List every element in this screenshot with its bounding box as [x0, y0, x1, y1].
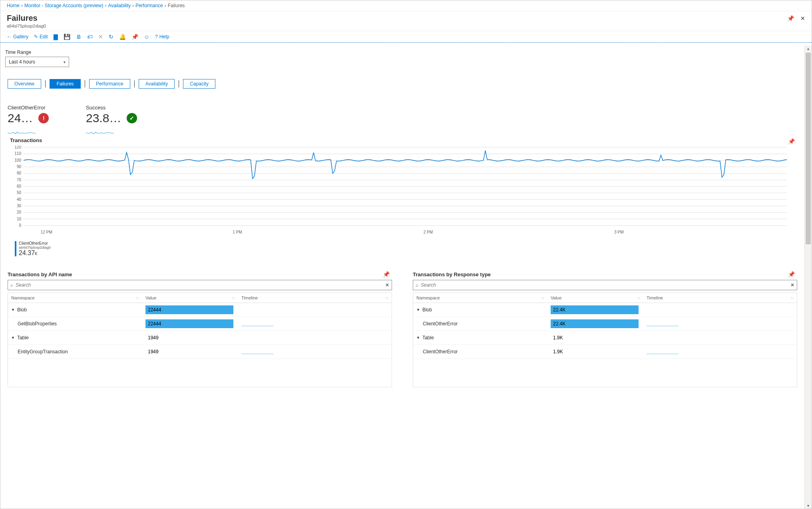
transactions-chart[interactable]: 010203040506070809010011012012 PM1 PM2 P…	[8, 146, 791, 238]
question-icon: ?	[155, 34, 158, 40]
cell-value: 1.9K	[547, 331, 643, 345]
breadcrumb-item[interactable]: Performance	[135, 3, 163, 8]
cell-namespace: EntityGroupTransaction	[8, 345, 142, 358]
expand-icon[interactable]: ▼	[416, 308, 420, 312]
expand-icon[interactable]: ▼	[11, 308, 15, 312]
time-range-select[interactable]: Last 4 hours ▾	[5, 57, 69, 67]
tables-row: Transactions by API name 📌 ⌕ ✕ Namespace…	[5, 271, 800, 387]
kpi-row: ClientOtherError 24… ! Success 23.8… ✓	[8, 105, 800, 138]
tab-strip: OverviewFailuresPerformanceAvailabilityC…	[8, 79, 800, 89]
cell-namespace: ClientOtherError	[413, 317, 547, 331]
refresh-icon[interactable]: ↻	[109, 34, 113, 40]
open-icon[interactable]: ▇	[54, 34, 58, 40]
table-api: Transactions by API name 📌 ⌕ ✕ Namespace…	[5, 271, 394, 387]
legend-color-bar	[15, 241, 16, 256]
discard-icon[interactable]: ✕	[98, 34, 103, 40]
feedback-icon[interactable]: ☺	[144, 34, 149, 40]
kpi-success[interactable]: Success 23.8… ✓	[86, 105, 142, 138]
table-api-search-input[interactable]	[16, 282, 385, 288]
chevron-down-icon: ▾	[64, 60, 66, 64]
table-api-search[interactable]: ⌕ ✕	[8, 280, 392, 290]
table-row[interactable]: ▼Blob 22.4K	[413, 303, 797, 317]
kpi-value: 24…	[8, 111, 33, 125]
table-row[interactable]: ▼Blob 22444	[8, 303, 392, 317]
kpi-clientothererror[interactable]: ClientOtherError 24… !	[8, 105, 64, 138]
scroll-down-arrow[interactable]: ▾	[805, 503, 812, 508]
col-namespace[interactable]: Namespace↑↓	[413, 293, 547, 303]
scroll-thumb[interactable]	[806, 53, 811, 244]
table-row[interactable]: GetBlobProperties 22444	[8, 317, 392, 331]
cell-namespace: ClientOtherError	[413, 345, 547, 358]
col-timeline[interactable]: Timeline↑↓	[643, 293, 797, 303]
gallery-button[interactable]: ← Gallery	[7, 34, 28, 40]
kpi-name: ClientOtherError	[8, 105, 64, 111]
table-resp-search-input[interactable]	[421, 282, 790, 288]
breadcrumb-item[interactable]: Availability	[108, 3, 130, 8]
col-namespace[interactable]: Namespace↑↓	[8, 293, 142, 303]
svg-text:10: 10	[17, 217, 22, 221]
search-icon: ⌕	[10, 282, 13, 288]
tab-overview[interactable]: Overview	[8, 79, 41, 89]
breadcrumb-item[interactable]: Home	[7, 3, 20, 8]
mini-sparkline	[241, 321, 273, 326]
kpi-value: 23.8…	[86, 111, 121, 125]
gallery-label: Gallery	[13, 34, 28, 40]
help-button[interactable]: ? Help	[155, 34, 169, 40]
close-icon[interactable]: ✕	[800, 15, 805, 22]
table-resp-search[interactable]: ⌕ ✕	[413, 280, 797, 290]
col-timeline[interactable]: Timeline↑↓	[238, 293, 392, 303]
tab-performance[interactable]: Performance	[89, 79, 130, 89]
table-row[interactable]: EntityGroupTransaction 1949	[8, 345, 392, 359]
svg-text:80: 80	[17, 171, 22, 175]
page-title: Failures	[7, 14, 38, 23]
error-icon: !	[38, 113, 49, 123]
table-resp-title: Transactions by Response type	[413, 271, 491, 277]
pin-icon[interactable]: 📌	[787, 15, 794, 22]
back-arrow-icon: ←	[7, 34, 12, 40]
table-row[interactable]: ▼Table 1.9K	[413, 331, 797, 345]
pin-table-resp-icon[interactable]: 📌	[788, 271, 795, 277]
tab-availability[interactable]: Availability	[139, 79, 175, 89]
save-as-icon[interactable]: 🗎	[76, 34, 82, 40]
svg-text:120: 120	[14, 146, 21, 149]
col-value[interactable]: Value↑↓	[547, 293, 643, 303]
pin-chart-icon[interactable]: 📌	[788, 138, 795, 145]
cell-timeline	[643, 331, 797, 345]
page-subtitle: a64sl75plosp2diag0	[0, 24, 812, 31]
legend-source: a64sl75plosp2diag0	[19, 246, 51, 250]
content: Time Range Last 4 hours ▾ OverviewFailur…	[0, 46, 804, 509]
table-row[interactable]: ClientOtherError 1.9K	[413, 345, 797, 359]
svg-text:12 PM: 12 PM	[41, 230, 52, 234]
col-value[interactable]: Value↑↓	[142, 293, 238, 303]
scroll-up-arrow[interactable]: ▴	[805, 46, 812, 51]
cell-value: 1949	[142, 331, 238, 345]
alert-icon[interactable]: 🔔	[119, 34, 126, 40]
expand-icon[interactable]: ▼	[11, 336, 15, 340]
cell-value: 22.4K	[547, 317, 643, 331]
table-resp-grid: Namespace↑↓ Value↑↓ Timeline↑↓ ▼Blob 22.…	[413, 293, 797, 387]
breadcrumb-item[interactable]: Monitor - Storage Accounts (preview)	[24, 3, 103, 8]
pin-table-api-icon[interactable]: 📌	[383, 271, 390, 277]
cell-timeline	[238, 345, 392, 358]
sparkline	[8, 129, 36, 137]
table-api-grid: Namespace↑↓ Value↑↓ Timeline↑↓ ▼Blob 224…	[8, 293, 392, 387]
vertical-scrollbar[interactable]: ▴ ▾	[804, 46, 812, 509]
toolbar: ← Gallery ✎ Edit ▇ 💾 🗎 🏷 ✕ ↻ 🔔 📌 ☺ ? Hel…	[0, 31, 812, 43]
clear-search-icon[interactable]: ✕	[385, 282, 389, 288]
save-icon[interactable]: 💾	[64, 34, 70, 40]
expand-icon[interactable]: ▼	[416, 336, 420, 340]
mini-sparkline	[647, 349, 679, 354]
pin-toolbar-icon[interactable]: 📌	[131, 34, 138, 40]
clear-search-icon[interactable]: ✕	[790, 282, 794, 288]
svg-text:50: 50	[17, 190, 22, 195]
edit-button[interactable]: ✎ Edit	[34, 34, 48, 40]
tab-failures[interactable]: Failures	[50, 79, 81, 89]
tab-capacity[interactable]: Capacity	[183, 79, 215, 89]
table-row[interactable]: ClientOtherError 22.4K	[413, 317, 797, 331]
cell-value: 22.4K	[547, 303, 643, 317]
tag-icon[interactable]: 🏷	[87, 34, 93, 40]
mini-sparkline	[241, 349, 273, 354]
table-row[interactable]: ▼Table 1949	[8, 331, 392, 345]
search-icon: ⌕	[416, 282, 418, 288]
cell-timeline	[238, 317, 392, 331]
